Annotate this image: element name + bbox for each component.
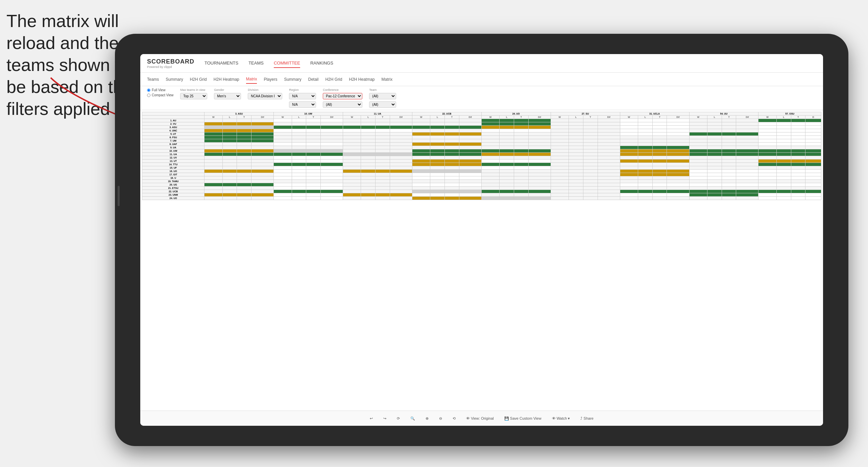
matrix-area[interactable]: 3. ASU 10. UW 11. UA 22. UCB 24. UO 27. … [140, 110, 823, 411]
matrix-cell [222, 173, 237, 176]
toolbar-zoom-in[interactable]: ⊕ [423, 415, 431, 422]
matrix-cell [758, 149, 776, 153]
matrix-cell [361, 146, 376, 149]
matrix-cell [514, 129, 528, 132]
matrix-cell [500, 187, 514, 190]
matrix-cell [481, 163, 499, 166]
matrix-cell [412, 193, 430, 197]
matrix-cell [430, 119, 445, 122]
matrix-cell [689, 163, 707, 166]
matrix-cell [791, 126, 805, 129]
matrix-cell [620, 143, 638, 146]
conference-select[interactable]: Pac-12 Conference [323, 93, 362, 99]
matrix-cell [274, 126, 292, 129]
nav-tournaments[interactable]: TOURNAMENTS [204, 59, 238, 68]
matrix-cell [459, 159, 481, 163]
matrix-cell [569, 170, 583, 173]
matrix-cell [481, 139, 499, 143]
matrix-cell [481, 149, 499, 153]
radio-full-view[interactable]: Full View [147, 88, 173, 92]
sub-nav-summary1[interactable]: Summary [166, 75, 183, 83]
matrix-cell [376, 122, 390, 126]
matrix-cell [361, 183, 376, 187]
matrix-cell [736, 183, 758, 187]
toolbar-reset[interactable]: ⟲ [450, 415, 458, 422]
team-select[interactable]: (All) [369, 93, 396, 99]
max-teams-select[interactable]: Top 25 [180, 93, 207, 99]
nav-committee[interactable]: COMMITTEE [274, 59, 300, 68]
toolbar-zoom-out[interactable]: ⊖ [436, 415, 445, 422]
toolbar-search[interactable]: 🔍 [408, 415, 418, 422]
matrix-cell [805, 166, 821, 170]
table-row: 16. UO [142, 170, 821, 173]
matrix-cell [620, 132, 638, 136]
row-label: 7. UM [142, 139, 204, 143]
matrix-cell [736, 166, 758, 170]
matrix-cell [274, 166, 292, 170]
matrix-cell [514, 159, 528, 163]
radio-compact-view[interactable]: Compact View [147, 93, 173, 97]
matrix-cell [805, 136, 821, 139]
matrix-cell [620, 170, 638, 173]
matrix-cell [292, 180, 306, 183]
matrix-cell [528, 143, 551, 146]
conference-select-2[interactable]: (All) [323, 101, 362, 108]
matrix-cell [652, 197, 667, 200]
toolbar-refresh[interactable]: ⟳ [394, 415, 403, 422]
matrix-cell [551, 153, 569, 156]
gender-select[interactable]: Men's [214, 93, 241, 99]
matrix-cell [722, 180, 736, 183]
filter-max-teams: Max teams in view Top 25 [180, 88, 207, 99]
matrix-cell [376, 176, 390, 180]
matrix-cell [306, 180, 321, 183]
nav-rankings[interactable]: RANKINGS [310, 59, 333, 68]
division-select[interactable]: NCAA Division I [248, 93, 282, 99]
sub-nav-players[interactable]: Players [264, 75, 277, 83]
sub-nav-summary2[interactable]: Summary [284, 75, 301, 83]
matrix-cell [776, 143, 791, 146]
matrix-cell [652, 166, 667, 170]
row-label: 19. TAMU [142, 180, 204, 183]
region-select[interactable]: N/A [289, 93, 316, 99]
matrix-table: 3. ASU 10. UW 11. UA 22. UCB 24. UO 27. … [142, 112, 821, 200]
matrix-cell [776, 159, 791, 163]
matrix-cell [412, 122, 430, 126]
matrix-cell [459, 163, 481, 166]
matrix-cell [251, 136, 274, 139]
region-select-2[interactable]: N/A [289, 101, 316, 108]
sub-nav-teams[interactable]: Teams [147, 75, 159, 83]
matrix-cell [292, 122, 306, 126]
sub-nav-h2hgrid1[interactable]: H2H Grid [190, 75, 207, 83]
toolbar-view-original[interactable]: 👁 View: Original [463, 415, 497, 422]
matrix-cell [791, 166, 805, 170]
sub-nav-h2hgrid2[interactable]: H2H Grid [325, 75, 342, 83]
toolbar-redo[interactable]: ↪ [381, 415, 389, 422]
team-select-2[interactable]: (All) [369, 101, 396, 108]
toolbar-save-custom[interactable]: 💾 Save Custom View [502, 415, 544, 422]
toolbar-watch[interactable]: 👁 Watch ▾ [549, 415, 573, 422]
matrix-cell [251, 153, 274, 156]
matrix-cell [514, 187, 528, 190]
matrix-cell [251, 149, 274, 153]
matrix-cell [791, 159, 805, 163]
matrix-cell [306, 129, 321, 132]
sub-nav-h2hheatmap2[interactable]: H2H Heatmap [349, 75, 375, 83]
toolbar-share[interactable]: ⤴ Share [578, 415, 596, 422]
matrix-cell [376, 129, 390, 132]
matrix-cell [430, 193, 445, 197]
matrix-cell [376, 163, 390, 166]
matrix-cell [459, 187, 481, 190]
sub-nav-matrix1[interactable]: Matrix [246, 75, 257, 84]
matrix-cell [722, 173, 736, 176]
matrix-cell [292, 132, 306, 136]
matrix-cell [528, 122, 551, 126]
matrix-cell [222, 153, 237, 156]
matrix-cell [638, 159, 653, 163]
nav-teams[interactable]: TEAMS [248, 59, 264, 68]
sub-nav-matrix2[interactable]: Matrix [382, 75, 393, 83]
matrix-cell [620, 139, 638, 143]
sub-nav-h2hheatmap1[interactable]: H2H Heatmap [214, 75, 239, 83]
sub-nav-detail[interactable]: Detail [308, 75, 319, 83]
matrix-cell [459, 197, 481, 200]
toolbar-undo[interactable]: ↩ [367, 415, 376, 422]
